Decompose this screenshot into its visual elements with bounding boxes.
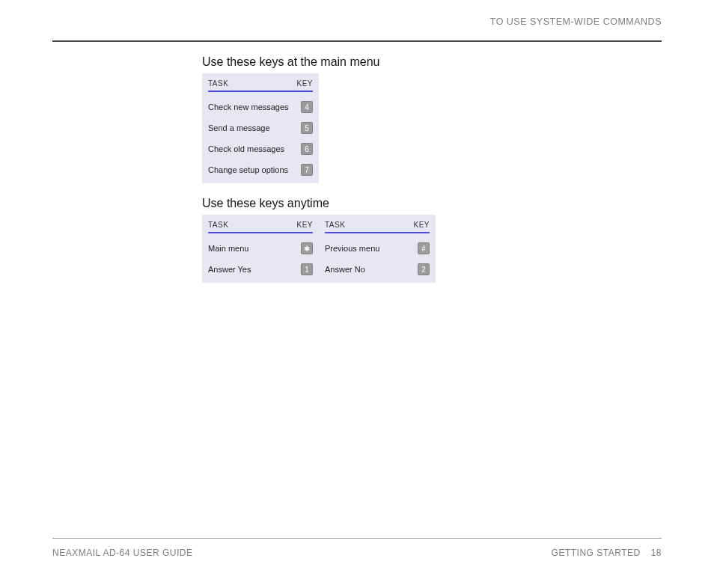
section2-title: Use these keys anytime (202, 197, 662, 210)
col-header-task: TASK (208, 221, 228, 229)
section1-col-0: TASK KEY Check new messages 4 Send a mes… (208, 78, 313, 180)
table-row: Check new messages 4 (208, 97, 313, 117)
table-row: Check old messages 6 (208, 138, 313, 159)
keycap-icon: 2 (418, 263, 430, 275)
table-header: TASK KEY (208, 219, 313, 232)
keycap-icon: 1 (301, 263, 313, 275)
footer-guide-title: NEAXMAIL AD-64 USER GUIDE (52, 548, 192, 558)
keycap-icon: 7 (301, 164, 313, 176)
task-label: Check old messages (208, 144, 284, 153)
table-row: Send a message 5 (208, 117, 313, 138)
footer-page-number: 18 (651, 548, 662, 558)
table-header-rule (325, 232, 430, 233)
header-rule (52, 40, 662, 42)
col-header-key: KEY (413, 221, 430, 229)
content: Use these keys at the main menu TASK KEY… (202, 55, 662, 283)
table-row: Main menu ✱ (208, 238, 313, 259)
footer-row: NEAXMAIL AD-64 USER GUIDE GETTING STARTE… (52, 548, 662, 558)
section2-table: TASK KEY Main menu ✱ Answer Yes 1 (202, 215, 436, 283)
footer-right: GETTING STARTED 18 (552, 548, 662, 558)
table-row: Answer Yes 1 (208, 259, 313, 280)
task-label: Check new messages (208, 102, 289, 111)
table-header-rule (208, 232, 313, 233)
section2-col-0: TASK KEY Main menu ✱ Answer Yes 1 (208, 219, 313, 280)
col-header-task: TASK (325, 221, 345, 229)
col-header-key: KEY (296, 79, 313, 88)
keycap-hash-icon: # (418, 242, 430, 254)
task-label: Previous menu (325, 244, 379, 253)
section1-table: TASK KEY Check new messages 4 Send a mes… (202, 73, 319, 183)
col-header-task: TASK (208, 79, 228, 88)
section1-title: Use these keys at the main menu (202, 55, 662, 69)
table-row: Answer No 2 (325, 259, 430, 280)
footer-section: GETTING STARTED (552, 548, 641, 558)
page-footer: NEAXMAIL AD-64 USER GUIDE GETTING STARTE… (52, 538, 662, 558)
keycap-icon: 4 (301, 101, 313, 113)
task-label: Answer Yes (208, 265, 251, 274)
section2-col-1: TASK KEY Previous menu # Answer No 2 (325, 219, 430, 280)
table-row: Previous menu # (325, 238, 430, 259)
table-row: Change setup options 7 (208, 159, 313, 180)
page-header: TO USE SYSTEM-WIDE COMMANDS (52, 0, 662, 36)
section2: Use these keys anytime TASK KEY Main men… (202, 197, 662, 283)
task-label: Send a message (208, 123, 270, 132)
task-label: Main menu (208, 244, 248, 253)
table-header-rule (208, 91, 313, 92)
table-header: TASK KEY (208, 78, 313, 91)
task-label: Change setup options (208, 165, 288, 174)
keycap-icon: 6 (301, 143, 313, 155)
task-label: Answer No (325, 265, 365, 274)
page: TO USE SYSTEM-WIDE COMMANDS Use these ke… (0, 0, 714, 588)
header-title: TO USE SYSTEM-WIDE COMMANDS (490, 16, 662, 27)
keycap-icon: 5 (301, 122, 313, 134)
table-header: TASK KEY (325, 219, 430, 232)
keycap-star-icon: ✱ (301, 242, 313, 254)
footer-rule (52, 538, 662, 539)
col-header-key: KEY (296, 221, 313, 229)
